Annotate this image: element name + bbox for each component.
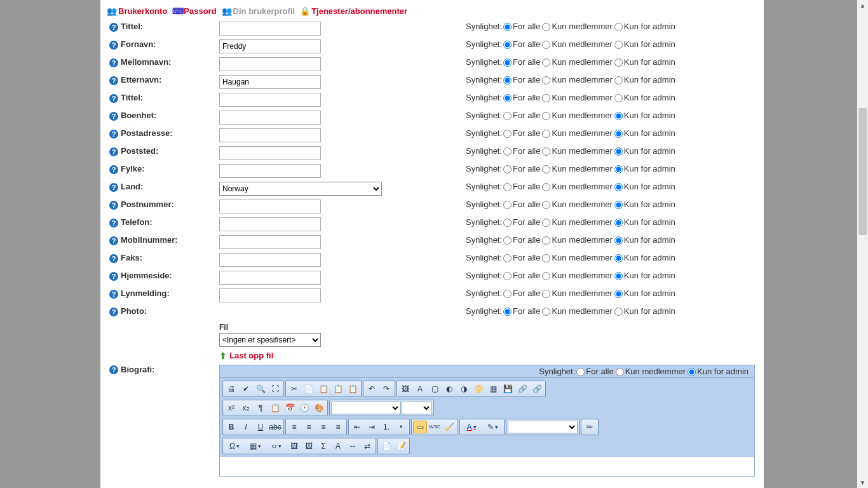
rte-print-button[interactable]: 🖨 (224, 383, 238, 395)
rte-char-button[interactable]: ▢ (428, 383, 442, 395)
visibility-radio-1[interactable] (542, 58, 550, 67)
visibility-radio-0[interactable] (503, 272, 512, 280)
scroll-up-icon[interactable]: ▲ (857, 0, 868, 11)
rte-unlink-button[interactable]: 🔗 (530, 383, 544, 395)
visibility-radio-0[interactable] (503, 254, 512, 262)
visibility-radio-1[interactable] (542, 112, 550, 120)
postnummer-input[interactable] (219, 200, 321, 214)
rte-replace-button[interactable]: ⇄ (360, 440, 374, 452)
rte-indent-button[interactable]: ⇥ (365, 421, 379, 433)
visibility-radio-1[interactable] (542, 272, 550, 280)
visibility-radio-0[interactable] (503, 201, 512, 209)
rte-showblocks-button[interactable]: ¶ (254, 402, 268, 414)
visibility-radio-0[interactable] (503, 219, 512, 227)
scroll-thumb[interactable] (858, 108, 867, 235)
rte-anchor-button[interactable]: 💾 (501, 383, 515, 395)
visibility-radio-1[interactable] (542, 290, 550, 298)
rte-undo-button[interactable]: ↶ (365, 383, 379, 395)
rte-link-button[interactable]: 🔗 (515, 383, 529, 395)
rte-bold-button[interactable]: B (224, 421, 238, 433)
visibility-radio-2[interactable] (614, 201, 623, 209)
rte-image-button[interactable]: 🖼 (398, 383, 412, 395)
postadresse-input[interactable] (219, 128, 321, 142)
rte-sup-button[interactable]: x² (224, 402, 238, 414)
rte-select-font[interactable] (331, 402, 401, 414)
rte-find-a-button[interactable]: A (331, 440, 345, 452)
rte-sigma-button[interactable]: Σ (316, 440, 330, 452)
rte-bgcolor-button[interactable]: ✎▾ (482, 421, 503, 433)
rte-media1-button[interactable]: ◐ (442, 383, 456, 395)
visibility-radio-0[interactable] (503, 23, 512, 31)
visibility-radio-1[interactable] (616, 368, 624, 376)
visibility-radio-2[interactable] (614, 308, 623, 316)
help-icon[interactable] (109, 130, 118, 139)
visibility-radio-0[interactable] (503, 94, 512, 102)
tab-din-brukerprofil[interactable]: 👥Din brukerprofil (222, 6, 295, 16)
boenhet-input[interactable] (219, 111, 321, 125)
rte-cut-button[interactable]: ✂ (287, 383, 301, 395)
rte-table-img-button[interactable]: ▦ (486, 383, 500, 395)
poststed-input[interactable] (219, 146, 321, 160)
visibility-radio-0[interactable] (503, 76, 512, 85)
rte-paste-word-button[interactable]: 📋 (346, 383, 360, 395)
tab-passord[interactable]: ⌨Passord (172, 6, 216, 16)
visibility-radio-2[interactable] (614, 130, 623, 138)
visibility-radio-2[interactable] (614, 165, 623, 173)
rte-underline-button[interactable]: U (254, 421, 268, 433)
rte-outdent-button[interactable]: ⇤ (350, 421, 364, 433)
visibility-radio-2[interactable] (614, 58, 623, 67)
rte-date-button[interactable]: 📅 (283, 402, 297, 414)
visibility-radio-2[interactable] (614, 23, 623, 31)
visibility-radio-1[interactable] (542, 254, 550, 262)
visibility-radio-2[interactable] (614, 94, 623, 102)
rte-media2-button[interactable]: ◑ (457, 383, 471, 395)
tab-tjenester-abonnementer[interactable]: 🔒Tjenester/abonnementer (300, 6, 407, 16)
rte-align-r-button[interactable]: ≡ (316, 421, 330, 433)
help-icon[interactable] (109, 41, 118, 50)
rte-strike-button[interactable]: abc (268, 421, 282, 433)
visibility-radio-1[interactable] (542, 94, 550, 102)
fornavn-input[interactable] (219, 39, 321, 53)
rte-fullscreen-button[interactable]: ⛶ (268, 383, 282, 395)
help-icon[interactable] (109, 58, 118, 67)
help-icon[interactable] (109, 76, 118, 85)
tittel2-input[interactable] (219, 93, 321, 107)
telefon-input[interactable] (219, 217, 321, 231)
visibility-radio-2[interactable] (614, 41, 623, 49)
visibility-radio-1[interactable] (542, 183, 550, 191)
visibility-radio-1[interactable] (542, 308, 550, 316)
help-icon[interactable] (109, 165, 118, 174)
help-icon[interactable] (109, 219, 118, 227)
hjemmeside-input[interactable] (219, 271, 321, 285)
land-select[interactable]: Norway (219, 182, 382, 196)
rte-paste-button[interactable]: 📋 (316, 383, 330, 395)
visibility-radio-0[interactable] (503, 165, 512, 173)
help-icon[interactable] (109, 290, 118, 299)
rte-image-map-button[interactable]: A (413, 383, 427, 395)
help-icon[interactable] (109, 23, 118, 32)
visibility-radio-1[interactable] (542, 165, 550, 173)
visibility-radio-1[interactable] (542, 41, 550, 49)
rte-omega-button[interactable]: Ω▾ (224, 440, 245, 452)
rte-page-ed-button[interactable]: 📝 (394, 440, 408, 452)
help-icon[interactable] (109, 236, 118, 245)
visibility-radio-1[interactable] (542, 130, 550, 138)
visibility-radio-0[interactable] (503, 130, 512, 138)
rte-w3c-button[interactable]: W3C (428, 421, 442, 433)
visibility-radio-0[interactable] (503, 147, 512, 156)
fylke-input[interactable] (219, 164, 321, 178)
rte-italic-button[interactable]: I (239, 421, 253, 433)
visibility-radio-0[interactable] (503, 236, 512, 245)
rte-fontcolor-button[interactable]: A▾ (461, 421, 482, 433)
visibility-radio-2[interactable] (614, 272, 623, 280)
rte-content-area[interactable] (220, 457, 754, 476)
window-scrollbar[interactable]: ▲ ▼ (857, 0, 868, 488)
visibility-radio-0[interactable] (503, 183, 512, 191)
rte-page-button[interactable]: 📄 (379, 440, 393, 452)
visibility-radio-0[interactable] (503, 58, 512, 67)
visibility-radio-2[interactable] (614, 147, 623, 156)
help-icon[interactable] (109, 94, 118, 103)
rte-align-l-button[interactable]: ≡ (287, 421, 301, 433)
visibility-radio-1[interactable] (542, 147, 550, 156)
rte-brackets-button[interactable]: ‹›▾ (266, 440, 287, 452)
